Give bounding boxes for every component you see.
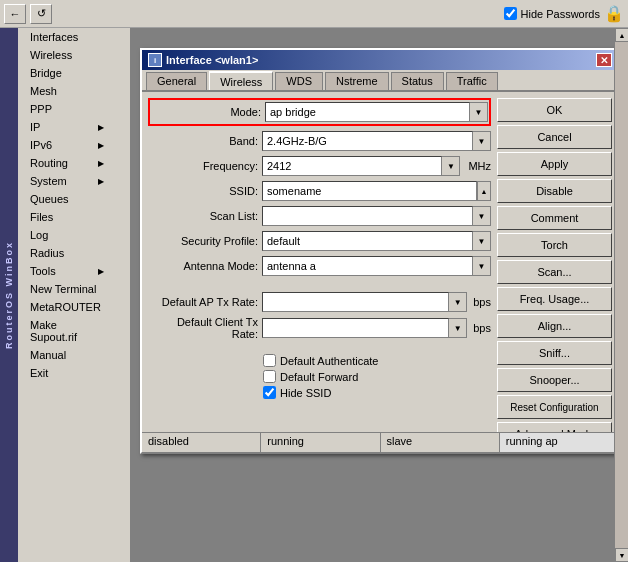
sidebar-item-interfaces[interactable]: Interfaces xyxy=(18,28,112,46)
snooper-button[interactable]: Snooper... xyxy=(497,368,612,392)
tab-general[interactable]: General xyxy=(146,72,207,90)
tab-nstreme[interactable]: Nstreme xyxy=(325,72,389,90)
ssid-label: SSID: xyxy=(148,185,258,197)
ssid-input-container: ▲ xyxy=(262,181,491,201)
sidebar-item-ipv6[interactable]: IPv6 xyxy=(18,136,112,154)
default-authenticate-checkbox[interactable] xyxy=(263,354,276,367)
default-authenticate-label: Default Authenticate xyxy=(280,355,378,367)
scan-list-input[interactable] xyxy=(262,206,473,226)
status-bar: disabled running slave running ap xyxy=(142,432,618,452)
ok-button[interactable]: OK xyxy=(497,98,612,122)
security-profile-container: ▼ xyxy=(262,231,491,251)
security-profile-dropdown-btn[interactable]: ▼ xyxy=(473,231,491,251)
tab-wds[interactable]: WDS xyxy=(275,72,323,90)
default-ap-tx-rate-label: Default AP Tx Rate: xyxy=(148,296,258,308)
sidebar-item-ip[interactable]: IP xyxy=(18,118,112,136)
mode-highlight-border: Mode: ▼ xyxy=(148,98,491,126)
mode-dropdown-btn[interactable]: ▼ xyxy=(470,102,488,122)
mhz-label: MHz xyxy=(468,160,491,172)
dialog-body: Mode: ▼ Band: ▼ xyxy=(142,92,618,452)
sidebar-item-tools[interactable]: Tools xyxy=(18,262,112,280)
antenna-mode-input[interactable] xyxy=(262,256,473,276)
divider2 xyxy=(148,343,491,351)
antenna-mode-label: Antenna Mode: xyxy=(148,260,258,272)
sidebar-item-queues[interactable]: Queues xyxy=(18,190,112,208)
ssid-row: SSID: ▲ xyxy=(148,180,491,202)
lock-icon: 🔒 xyxy=(604,4,624,23)
dialog-title: Interface <wlan1> xyxy=(166,54,258,66)
scan-list-container: ▼ xyxy=(262,206,491,226)
disable-button[interactable]: Disable xyxy=(497,179,612,203)
client-tx-rate-container: ▼ xyxy=(262,318,467,338)
tab-traffic[interactable]: Traffic xyxy=(446,72,498,90)
tab-bar: General Wireless WDS Nstreme Status Traf… xyxy=(142,70,618,92)
hide-ssid-label: Hide SSID xyxy=(280,387,331,399)
frequency-dropdown-btn[interactable]: ▼ xyxy=(442,156,460,176)
scan-list-label: Scan List: xyxy=(148,210,258,222)
default-client-tx-rate-label: Default Client Tx Rate: xyxy=(148,316,258,340)
scan-button[interactable]: Scan... xyxy=(497,260,612,284)
sidebar-item-radius[interactable]: Radius xyxy=(18,244,112,262)
antenna-mode-dropdown-btn[interactable]: ▼ xyxy=(473,256,491,276)
default-forward-row: Default Forward xyxy=(148,370,491,383)
winbox-label: RouterOS WinBox xyxy=(0,28,18,562)
comment-button[interactable]: Comment xyxy=(497,206,612,230)
ssid-scroll-btn[interactable]: ▲ xyxy=(477,181,491,201)
hide-passwords-checkbox[interactable] xyxy=(504,7,517,20)
reset-configuration-button[interactable]: Reset Configuration xyxy=(497,395,612,419)
band-dropdown-btn[interactable]: ▼ xyxy=(473,131,491,151)
close-button[interactable]: ✕ xyxy=(596,53,612,67)
tab-wireless[interactable]: Wireless xyxy=(209,71,273,90)
client-tx-rate-input[interactable] xyxy=(262,318,449,338)
tab-status[interactable]: Status xyxy=(391,72,444,90)
scan-list-dropdown-btn[interactable]: ▼ xyxy=(473,206,491,226)
form-area: Mode: ▼ Band: ▼ xyxy=(148,98,491,446)
back-button[interactable]: ← xyxy=(4,4,26,24)
content-scrollbar: ▲ ▼ xyxy=(614,28,628,562)
sniff-button[interactable]: Sniff... xyxy=(497,341,612,365)
hide-passwords-area: Hide Passwords 🔒 xyxy=(504,4,624,23)
sidebar-item-routing[interactable]: Routing xyxy=(18,154,112,172)
ap-tx-rate-container: ▼ xyxy=(262,292,467,312)
ap-tx-rate-dropdown-btn[interactable]: ▼ xyxy=(449,292,467,312)
frequency-select-container: ▼ xyxy=(262,156,460,176)
sidebar-item-wireless[interactable]: Wireless xyxy=(18,46,112,64)
band-input[interactable] xyxy=(262,131,473,151)
align-button[interactable]: Align... xyxy=(497,314,612,338)
freq-usage-button[interactable]: Freq. Usage... xyxy=(497,287,612,311)
frequency-input[interactable] xyxy=(262,156,442,176)
default-forward-checkbox[interactable] xyxy=(263,370,276,383)
mode-input[interactable] xyxy=(265,102,470,122)
mode-label: Mode: xyxy=(151,106,261,118)
sidebar-item-make-supout[interactable]: Make Supout.rif xyxy=(18,316,112,346)
divider xyxy=(148,280,491,288)
sidebar-item-bridge[interactable]: Bridge xyxy=(18,64,112,82)
security-profile-label: Security Profile: xyxy=(148,235,258,247)
scrollbar-down-btn[interactable]: ▼ xyxy=(615,548,628,562)
band-label: Band: xyxy=(148,135,258,147)
sidebar-item-exit[interactable]: Exit xyxy=(18,364,112,382)
cancel-button[interactable]: Cancel xyxy=(497,125,612,149)
client-tx-rate-dropdown-btn[interactable]: ▼ xyxy=(449,318,467,338)
sidebar-item-system[interactable]: System xyxy=(18,172,112,190)
status-disabled: disabled xyxy=(142,433,261,452)
torch-button[interactable]: Torch xyxy=(497,233,612,257)
security-profile-input[interactable] xyxy=(262,231,473,251)
bps-label-1: bps xyxy=(473,296,491,308)
hide-ssid-checkbox[interactable] xyxy=(263,386,276,399)
default-authenticate-row: Default Authenticate xyxy=(148,354,491,367)
sidebar-item-metarouter[interactable]: MetaROUTER xyxy=(18,298,112,316)
refresh-button[interactable]: ↺ xyxy=(30,4,52,24)
sidebar-item-new-terminal[interactable]: New Terminal xyxy=(18,280,112,298)
sidebar-item-ppp[interactable]: PPP xyxy=(18,100,112,118)
top-bar-left: ← ↺ xyxy=(4,4,52,24)
sidebar-item-mesh[interactable]: Mesh xyxy=(18,82,112,100)
sidebar-item-files[interactable]: Files xyxy=(18,208,112,226)
ssid-input[interactable] xyxy=(262,181,477,201)
sidebar-item-manual[interactable]: Manual xyxy=(18,346,112,364)
mode-row: Mode: ▼ xyxy=(151,101,488,123)
sidebar-item-log[interactable]: Log xyxy=(18,226,112,244)
ap-tx-rate-input[interactable] xyxy=(262,292,449,312)
apply-button[interactable]: Apply xyxy=(497,152,612,176)
scrollbar-up-btn[interactable]: ▲ xyxy=(615,28,628,42)
